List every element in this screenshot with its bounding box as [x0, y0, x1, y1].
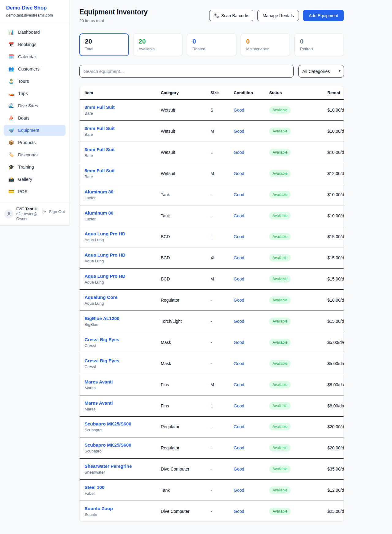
condition-link[interactable]: Good: [234, 403, 269, 408]
stat-card-rented[interactable]: 0Rented: [187, 33, 236, 56]
item-name-link[interactable]: Shearwater Peregrine: [85, 463, 161, 469]
item-brand: Shearwater: [85, 470, 161, 475]
condition-link[interactable]: Good: [234, 108, 269, 113]
condition-link[interactable]: Good: [234, 509, 269, 514]
package-icon: 📦: [8, 140, 14, 145]
column-header-item: Item: [85, 90, 161, 95]
status-badge: Available: [269, 339, 291, 346]
item-name-link[interactable]: 5mm Full Suit: [85, 168, 161, 173]
sidebar-item-dive-sites[interactable]: 🌊Dive Sites: [4, 100, 66, 111]
sidebar-item-dashboard[interactable]: 📊Dashboard: [4, 27, 66, 38]
size-cell: M: [210, 171, 234, 176]
item-cell: Aqualung CoreAqua Lung: [85, 295, 161, 306]
condition-link[interactable]: Good: [234, 467, 269, 471]
item-name-link[interactable]: Scubapro MK25/S600: [85, 442, 161, 448]
status-cell: Available: [269, 233, 327, 240]
sidebar-item-customers[interactable]: 👥Customers: [4, 63, 66, 74]
table-row: BigBlue AL1200BigBlueTorch/Light-GoodAva…: [80, 311, 344, 332]
brand-section: Demo Dive Shop demo.test.divestreams.com: [0, 0, 69, 22]
condition-link[interactable]: Good: [234, 445, 269, 450]
condition-link[interactable]: Good: [234, 277, 269, 281]
item-name-link[interactable]: Suunto Zoop: [85, 506, 161, 511]
condition-link[interactable]: Good: [234, 382, 269, 387]
item-name-link[interactable]: 3mm Full Suit: [85, 147, 161, 152]
item-name-link[interactable]: BigBlue AL1200: [85, 316, 161, 321]
scan-barcode-button[interactable]: Scan Barcode: [209, 10, 253, 21]
user-meta: E2E Test U... e2e-tester@... Owner: [16, 207, 39, 221]
item-name-link[interactable]: Aluminum 80: [85, 210, 161, 216]
condition-link[interactable]: Good: [234, 298, 269, 303]
sidebar-item-equipment[interactable]: 🤿Equipment: [4, 125, 66, 136]
status-badge: Available: [269, 360, 291, 367]
item-name-link[interactable]: Mares Avanti: [85, 400, 161, 406]
item-name-link[interactable]: Aqua Lung Pro HD: [85, 231, 161, 236]
status-badge: Available: [269, 296, 291, 304]
item-name-link[interactable]: Aqualung Core: [85, 295, 161, 300]
condition-link[interactable]: Good: [234, 192, 269, 197]
condition-link[interactable]: Good: [234, 319, 269, 324]
diving-mask-icon: 🤿: [8, 128, 14, 133]
item-name-link[interactable]: Cressi Big Eyes: [85, 358, 161, 363]
table-row: Aqua Lung Pro HDAqua LungBCDMGoodAvailab…: [80, 269, 344, 290]
sidebar-item-products[interactable]: 📦Products: [4, 137, 66, 148]
condition-link[interactable]: Good: [234, 213, 269, 218]
stat-card-available[interactable]: 20Available: [133, 33, 183, 56]
item-cell: Cressi Big EyesCressi: [85, 358, 161, 369]
condition-link[interactable]: Good: [234, 171, 269, 176]
category-select[interactable]: All Categories: [298, 65, 344, 78]
sign-out-button[interactable]: Sign Out: [42, 209, 65, 214]
condition-link[interactable]: Good: [234, 234, 269, 239]
table-row: Shearwater PeregrineShearwaterDive Compu…: [80, 459, 344, 480]
sidebar-item-trips[interactable]: 🚤Trips: [4, 88, 66, 99]
status-cell: Available: [269, 318, 327, 325]
sidebar-item-tours[interactable]: 🏝️Tours: [4, 76, 66, 87]
user-name: E2E Test U...: [16, 207, 39, 211]
stat-card-maintenance[interactable]: 0Maintenance: [241, 33, 290, 56]
category-cell: Regulator: [161, 298, 210, 303]
sidebar-item-training[interactable]: 🎓Training: [4, 162, 66, 173]
rental-cell: $12.00/day: [327, 488, 344, 493]
sidebar-item-discounts[interactable]: 🏷️Discounts: [4, 149, 66, 160]
category-cell: Wetsuit: [161, 129, 210, 134]
sidebar-item-gallery[interactable]: 📸Gallery: [4, 174, 66, 185]
item-brand: Aqua Lung: [85, 301, 161, 306]
status-cell: Available: [269, 360, 327, 367]
sidebar-item-bookings[interactable]: 📅Bookings: [4, 39, 66, 50]
status-cell: Available: [269, 339, 327, 346]
search-input[interactable]: [79, 65, 294, 78]
status-badge: Available: [269, 465, 291, 473]
condition-link[interactable]: Good: [234, 488, 269, 493]
status-cell: Available: [269, 149, 327, 156]
item-brand: Luxfer: [85, 196, 161, 200]
condition-link[interactable]: Good: [234, 361, 269, 366]
condition-link[interactable]: Good: [234, 255, 269, 260]
sailboat-icon: ⛵: [8, 115, 14, 121]
stat-card-total[interactable]: 20Total: [79, 33, 129, 56]
sidebar-item-calendar[interactable]: 🗓️Calendar: [4, 51, 66, 62]
status-badge: Available: [269, 486, 291, 494]
item-name-link[interactable]: Aluminum 80: [85, 189, 161, 194]
sidebar-item-pos[interactable]: 💳POS: [4, 186, 66, 197]
status-cell: Available: [269, 486, 327, 494]
item-name-link[interactable]: Aqua Lung Pro HD: [85, 252, 161, 257]
item-name-link[interactable]: 3mm Full Suit: [85, 105, 161, 110]
condition-link[interactable]: Good: [234, 424, 269, 429]
condition-link[interactable]: Good: [234, 150, 269, 155]
item-name-link[interactable]: 3mm Full Suit: [85, 126, 161, 131]
condition-link[interactable]: Good: [234, 340, 269, 345]
item-name-link[interactable]: Cressi Big Eyes: [85, 337, 161, 342]
manage-rentals-button[interactable]: Manage Rentals: [257, 10, 299, 21]
item-name-link[interactable]: Aqua Lung Pro HD: [85, 273, 161, 279]
rental-cell: $35.00/day: [327, 467, 344, 471]
size-cell: M: [210, 129, 234, 134]
item-name-link[interactable]: Steel 100: [85, 485, 161, 490]
add-equipment-button[interactable]: Add Equipment: [303, 10, 344, 21]
sidebar-item-boats[interactable]: ⛵Boats: [4, 113, 66, 124]
user-role: Owner: [16, 217, 39, 221]
item-name-link[interactable]: Mares Avanti: [85, 379, 161, 384]
category-cell: Tank: [161, 192, 210, 197]
condition-link[interactable]: Good: [234, 129, 269, 134]
stat-card-retired[interactable]: 0Retired: [294, 33, 344, 56]
item-brand: Scubapro: [85, 449, 161, 453]
item-name-link[interactable]: Scubapro MK25/S600: [85, 421, 161, 426]
